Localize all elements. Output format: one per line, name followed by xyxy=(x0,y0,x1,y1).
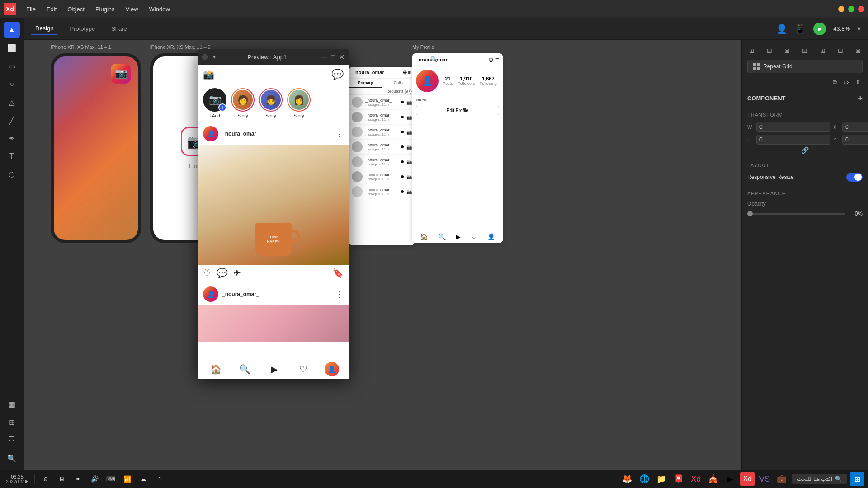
taskbar-icon-keyboard[interactable]: ⌨ xyxy=(104,472,118,486)
reel-nav-btn[interactable]: ▶ xyxy=(456,233,461,240)
preview-minimize-btn[interactable]: — xyxy=(321,53,328,61)
taskbar-app1[interactable]: 📮 xyxy=(671,472,686,486)
align-bottom-icon[interactable]: ⊟ xyxy=(836,45,845,56)
toggle-switch[interactable] xyxy=(846,173,863,182)
taskbar-xd[interactable]: Xd xyxy=(689,472,703,486)
search-icon[interactable]: 🔍 xyxy=(430,56,492,62)
pen-tool[interactable]: ✒ xyxy=(4,130,20,146)
tab-primary[interactable]: Primary xyxy=(349,79,382,88)
story-item-3[interactable]: 👩 Story xyxy=(287,88,311,118)
artboard-tool[interactable]: ⬜ xyxy=(4,40,20,56)
taskbar-youtube[interactable]: ▶ xyxy=(723,472,737,486)
profile-nav-btn[interactable]: 👤 xyxy=(487,233,495,240)
select-tool[interactable]: ▲ xyxy=(4,22,20,38)
story-add-item[interactable]: 📷 + +Add xyxy=(203,88,226,118)
preview-dropdown-icon[interactable]: ▾ xyxy=(213,54,216,60)
menu-file[interactable]: File xyxy=(22,4,40,14)
align-center-icon[interactable]: ⊟ xyxy=(765,45,774,56)
tab-share[interactable]: Share xyxy=(107,23,132,35)
post-more-btn-1[interactable]: ⋮ xyxy=(335,129,344,139)
zoom-tool[interactable]: 🔍 xyxy=(4,450,20,466)
add-component-btn[interactable]: + xyxy=(858,94,863,103)
share-icon[interactable]: ✈ xyxy=(233,267,241,278)
taskbar-visual[interactable]: VS xyxy=(757,472,772,486)
user-icon[interactable]: 👤 xyxy=(776,23,788,34)
mobile-preview-icon[interactable]: 📱 xyxy=(795,23,806,34)
story-item-2[interactable]: 👧 Story xyxy=(259,88,283,118)
home-nav-btn[interactable]: 🏠 xyxy=(420,233,428,240)
taskbar-app2[interactable]: 🎪 xyxy=(706,472,720,486)
zoom-chevron[interactable]: ▾ xyxy=(857,24,861,33)
taskbar-icon-wifi[interactable]: 📶 xyxy=(120,472,134,486)
taskbar-icon-chevron[interactable]: ^ xyxy=(152,472,167,486)
taskbar-icon-pen[interactable]: ✒ xyxy=(71,472,85,486)
repeat-grid-button[interactable]: Repeat Grid xyxy=(747,60,863,73)
taskbar-edge[interactable]: 🌐 xyxy=(637,472,651,486)
taskbar-icon-sound[interactable]: 🔊 xyxy=(87,472,102,486)
flip-v-icon[interactable]: ⇕ xyxy=(854,77,863,88)
menu-edit[interactable]: Edit xyxy=(42,4,61,14)
distribute-icon[interactable]: ⊠ xyxy=(854,45,863,56)
search-nav-btn[interactable]: 🔍 xyxy=(438,233,446,240)
close-button[interactable] xyxy=(858,6,864,12)
menu-object[interactable]: Object xyxy=(63,4,89,14)
heart-nav-btn[interactable]: ♡ xyxy=(471,233,477,240)
x-input[interactable] xyxy=(842,122,868,132)
menu-window[interactable]: Window xyxy=(145,4,175,14)
profile-btn[interactable]: 👤 xyxy=(325,362,339,376)
line-tool[interactable]: ╱ xyxy=(4,112,20,128)
post-more-btn-2[interactable]: ⋮ xyxy=(335,289,344,299)
maximize-button[interactable] xyxy=(848,6,854,12)
preview-record-dot[interactable] xyxy=(202,54,208,60)
home-btn[interactable]: 🏠 xyxy=(208,361,224,377)
align-right-icon[interactable]: ⊠ xyxy=(783,45,792,56)
taskbar-app3[interactable]: Xd xyxy=(740,472,755,486)
menu-plugins[interactable]: Plugins xyxy=(91,4,119,14)
reels-btn[interactable]: ▶ xyxy=(266,361,282,377)
taskbar-icon-screen[interactable]: 🖥 xyxy=(55,472,69,486)
copy-icon[interactable]: ⧉ xyxy=(831,77,839,88)
search-btn[interactable]: 🔍 xyxy=(237,361,253,377)
taskbar-folder[interactable]: 📁 xyxy=(654,472,669,486)
taskbar-firefox[interactable]: 🦊 xyxy=(620,472,634,486)
aspect-ratio-lock-icon[interactable]: 🔗 xyxy=(801,146,809,154)
y-input[interactable] xyxy=(842,135,868,145)
taskbar-icon-cloud[interactable]: ☁ xyxy=(136,472,151,486)
like-icon[interactable]: ♡ xyxy=(203,267,211,278)
taskbar-app4[interactable]: 💼 xyxy=(774,472,789,486)
story-item-1[interactable]: 🧑 Story xyxy=(231,88,255,118)
preview-maximize-btn[interactable]: □ xyxy=(331,53,335,61)
taskbar-search[interactable]: اكتب هنا للبحث 🔍 xyxy=(792,474,847,484)
align-left-icon[interactable]: ⊞ xyxy=(747,45,756,56)
tab-prototype[interactable]: Prototype xyxy=(65,23,99,35)
heart-btn[interactable]: ♡ xyxy=(295,361,311,377)
start-button[interactable]: ⊞ xyxy=(850,472,864,486)
taskbar-icon-epsilon[interactable]: ε xyxy=(38,472,53,486)
ig-messenger-icon[interactable]: 💬 xyxy=(331,69,344,80)
bookmark-icon[interactable]: 🔖 xyxy=(332,267,344,278)
text-tool[interactable]: T xyxy=(4,148,20,164)
comment-icon[interactable]: 💬 xyxy=(217,267,228,278)
assets-panel[interactable]: ▦ xyxy=(4,396,20,412)
minimize-button[interactable] xyxy=(838,6,844,12)
menu-view[interactable]: View xyxy=(121,4,143,14)
w-input[interactable] xyxy=(756,122,830,132)
preview-close-btn[interactable]: ✕ xyxy=(339,53,344,61)
ellipse-tool[interactable]: ○ xyxy=(4,76,20,92)
opacity-slider[interactable] xyxy=(747,213,845,215)
align-top-icon[interactable]: ⊡ xyxy=(800,45,809,56)
component-tool[interactable]: ⬡ xyxy=(4,166,20,183)
play-button[interactable]: ▶ xyxy=(813,23,826,35)
align-mid-icon[interactable]: ⊞ xyxy=(818,45,827,56)
tab-calls[interactable]: Calls xyxy=(382,79,415,88)
requests-tab[interactable]: Requests (9+) xyxy=(349,88,415,95)
h-input[interactable] xyxy=(756,135,830,145)
plugins-panel[interactable]: ⛉ xyxy=(4,432,20,448)
flip-h-icon[interactable]: ⇔ xyxy=(842,77,851,88)
layers-panel[interactable]: ⊞ xyxy=(4,414,20,430)
rectangle-tool[interactable]: ▭ xyxy=(4,58,20,74)
zoom-level[interactable]: 43.8% xyxy=(833,25,850,32)
tab-design[interactable]: Design xyxy=(31,22,58,35)
triangle-tool[interactable]: △ xyxy=(4,94,20,110)
edit-profile-button[interactable]: Edit Profile xyxy=(416,106,499,115)
